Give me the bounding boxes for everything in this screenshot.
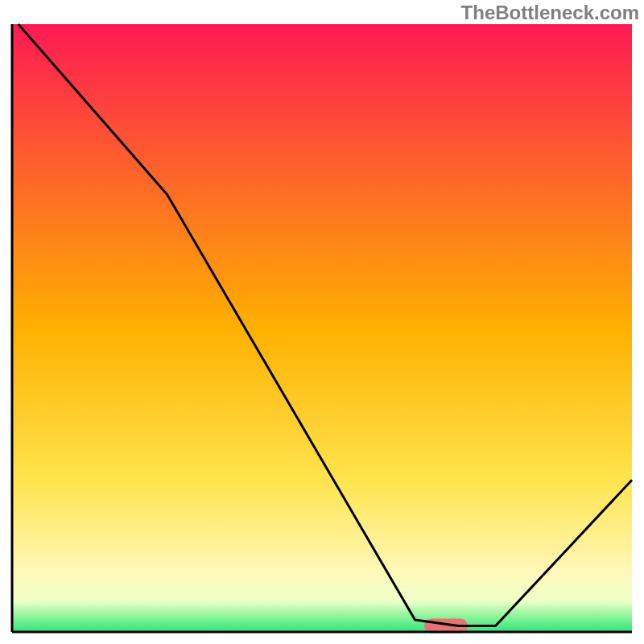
chart-svg <box>0 0 644 644</box>
watermark-text: TheBottleneck.com <box>461 2 639 24</box>
gradient-background <box>12 24 632 632</box>
bottleneck-chart: TheBottleneck.com <box>0 0 644 644</box>
